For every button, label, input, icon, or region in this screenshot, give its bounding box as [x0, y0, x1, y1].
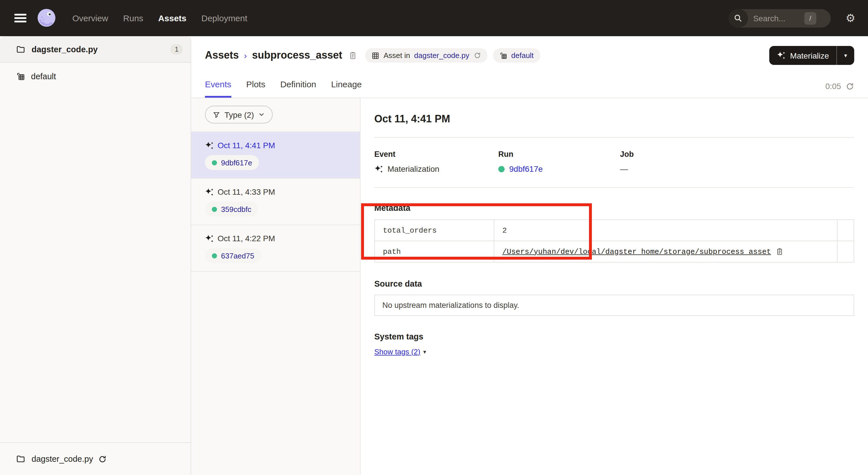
- event-list-item[interactable]: Oct 11, 4:22 PM 637aed75: [191, 225, 360, 272]
- metadata-value: 2: [494, 220, 837, 241]
- code-location-label: dagster_code.py: [32, 44, 171, 54]
- run-success-dot: [212, 206, 217, 212]
- nav-item-assets[interactable]: Assets: [158, 13, 186, 23]
- breadcrumb-chevron-icon: ›: [244, 51, 247, 60]
- run-success-dot: [212, 253, 217, 258]
- metadata-section: Metadata total_orders 2 path /Users/yuha…: [374, 203, 854, 263]
- code-location-link[interactable]: dagster_code.py: [414, 51, 469, 60]
- bottom-code-location-label: dagster_code.py: [32, 454, 93, 464]
- source-data-heading: Source data: [374, 279, 854, 288]
- materialization-sparkle-icon: [374, 165, 383, 173]
- refresh-icon[interactable]: [846, 82, 854, 90]
- run-id-link[interactable]: 359cdbfc: [221, 205, 251, 213]
- dagster-logo[interactable]: [36, 7, 57, 29]
- event-summary-grid: Event Materialization Run: [374, 150, 854, 174]
- asset-count-badge: 1: [171, 44, 183, 54]
- run-success-dot: [212, 160, 217, 165]
- sidebar-item-code-location[interactable]: dagster_code.py 1: [0, 36, 191, 63]
- materialize-button-group: Materialize ▾: [770, 46, 854, 65]
- hamburger-menu-icon[interactable]: [14, 14, 26, 22]
- metadata-actions-cell: [837, 241, 854, 262]
- nav-item-runs[interactable]: Runs: [123, 13, 143, 23]
- asset-name: subprocess_asset: [252, 50, 342, 61]
- materialization-sparkle-icon: [777, 51, 786, 60]
- main-layout: dagster_code.py 1 default: [0, 36, 868, 475]
- tab-definition[interactable]: Definition: [280, 79, 316, 98]
- screenshot-viewport: Overview Runs Assets Deployment / ⚙ dags…: [0, 0, 868, 475]
- run-column-label: Run: [498, 150, 620, 158]
- no-upstream-message: No upstream materializations to display.: [374, 295, 854, 316]
- tab-events[interactable]: Events: [205, 79, 231, 98]
- funnel-icon: [213, 111, 220, 118]
- sidebar-bottom-code-location[interactable]: dagster_code.py: [0, 442, 191, 475]
- copy-asset-name-icon[interactable]: [348, 51, 357, 60]
- group-pill: default: [493, 48, 540, 63]
- reload-code-location-icon[interactable]: [98, 455, 107, 463]
- metadata-actions-cell: [837, 220, 854, 241]
- event-list-panel: Type (2) Oct 11, 4:41 PM: [191, 98, 361, 475]
- caret-down-icon: ▾: [423, 349, 426, 355]
- event-list-item[interactable]: Oct 11, 4:33 PM 359cdbfc: [191, 179, 360, 225]
- folder-icon: [16, 44, 25, 54]
- event-list-item[interactable]: Oct 11, 4:41 PM 9dbf617e: [191, 132, 360, 179]
- tab-lineage[interactable]: Lineage: [331, 79, 362, 98]
- chevron-down-icon: [259, 112, 265, 118]
- group-link[interactable]: default: [511, 51, 534, 60]
- metadata-path-link[interactable]: /Users/yuhan/dev/local/dagster_home/stor…: [502, 247, 771, 256]
- type-filter-button[interactable]: Type (2): [205, 106, 273, 123]
- asset-tabs-bar: Events Plots Definition Lineage 0:05: [191, 73, 868, 98]
- run-column: Run 9dbf617e: [498, 150, 620, 174]
- run-id-link[interactable]: 9dbf617e: [221, 158, 252, 167]
- event-column-label: Event: [374, 150, 498, 158]
- materialization-sparkle-icon: [205, 141, 214, 150]
- metadata-key: path: [375, 241, 494, 262]
- nav-items: Overview Runs Assets Deployment: [72, 13, 247, 23]
- tab-plots[interactable]: Plots: [246, 79, 266, 98]
- settings-gear-icon[interactable]: ⚙: [846, 12, 856, 24]
- event-detail-panel: Oct 11, 4:41 PM Event Materialization: [361, 98, 868, 475]
- run-success-dot: [498, 166, 505, 172]
- search-input[interactable]: [748, 13, 803, 23]
- top-navigation-bar: Overview Runs Assets Deployment / ⚙: [0, 0, 868, 36]
- event-timestamp: Oct 11, 4:33 PM: [218, 187, 275, 197]
- copy-path-icon[interactable]: [776, 247, 784, 255]
- breadcrumb-assets-link[interactable]: Assets: [205, 50, 239, 61]
- run-id-pill: 359cdbfc: [205, 202, 258, 216]
- materialization-sparkle-icon: [205, 187, 214, 196]
- run-id-link[interactable]: 637aed75: [221, 251, 254, 260]
- nav-item-deployment[interactable]: Deployment: [202, 13, 247, 23]
- materialize-button[interactable]: Materialize: [770, 46, 836, 65]
- materialization-sparkle-icon: [205, 234, 214, 243]
- event-timestamp: Oct 11, 4:22 PM: [218, 234, 275, 243]
- event-filter-bar: Type (2): [191, 98, 360, 132]
- run-id-pill: 637aed75: [205, 248, 261, 263]
- refresh-countdown: 0:05: [826, 82, 841, 91]
- search-shortcut-badge: /: [804, 12, 816, 24]
- event-column: Event Materialization: [374, 150, 498, 174]
- events-content: Type (2) Oct 11, 4:41 PM: [191, 98, 868, 475]
- metadata-value: /Users/yuhan/dev/local/dagster_home/stor…: [494, 241, 837, 262]
- job-value: —: [620, 164, 628, 174]
- metadata-heading: Metadata: [374, 203, 854, 212]
- asset-catalog-sidebar: dagster_code.py 1 default: [0, 36, 191, 475]
- metadata-table: total_orders 2 path /Users/yuhan/dev/loc…: [374, 219, 854, 263]
- search-icon: [728, 9, 748, 27]
- asset-header: Assets › subprocess_asset Asset in dagst…: [191, 36, 868, 73]
- global-search[interactable]: /: [728, 9, 831, 27]
- refresh-timer: 0:05: [826, 82, 855, 98]
- materialize-label: Materialize: [790, 51, 829, 60]
- reload-definitions-icon[interactable]: [473, 52, 481, 59]
- event-timestamp: Oct 11, 4:41 PM: [218, 141, 275, 150]
- run-id-link[interactable]: 9dbf617e: [509, 164, 543, 174]
- breadcrumb: Assets › subprocess_asset: [205, 50, 357, 61]
- run-id-pill: 9dbf617e: [205, 155, 259, 170]
- sidebar-item-group-default[interactable]: default: [0, 63, 191, 90]
- asset-tabs: Events Plots Definition Lineage: [205, 79, 362, 98]
- show-tags-toggle[interactable]: Show tags (2) ▾: [374, 348, 426, 356]
- job-column-label: Job: [620, 150, 854, 158]
- asset-group-icon: [499, 51, 507, 59]
- metadata-key: total_orders: [375, 220, 494, 241]
- folder-icon: [16, 454, 25, 464]
- nav-item-overview[interactable]: Overview: [72, 13, 108, 23]
- materialize-dropdown-caret[interactable]: ▾: [837, 46, 854, 65]
